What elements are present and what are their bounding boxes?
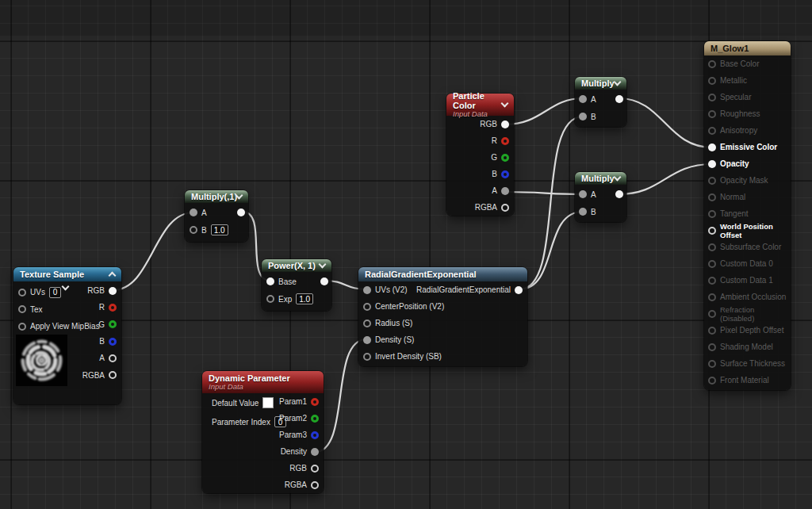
chevron-up-icon[interactable] <box>109 272 117 280</box>
pin-rgb-output[interactable] <box>311 465 319 473</box>
pin-base-color-input[interactable] <box>708 60 716 68</box>
pin-label: RGBA <box>82 371 105 380</box>
pin-base-input[interactable] <box>266 277 274 285</box>
pin-shading-model-input[interactable] <box>708 343 716 351</box>
texture-preview-thumbnail[interactable] <box>16 335 67 386</box>
pin-surface-thickness-input[interactable] <box>708 360 716 368</box>
node-power[interactable]: Power(X, 1) Base Exp 1.0 <box>262 259 331 311</box>
wire-texturesample-rgb-to-multiplyc1-a[interactable] <box>113 212 193 290</box>
pin-rgba-output[interactable] <box>109 371 117 379</box>
pin-ambient-occlusion-input[interactable] <box>708 293 716 301</box>
node-header[interactable]: RadialGradientExponential <box>358 267 527 281</box>
pin-param3-output[interactable] <box>311 431 319 439</box>
pin-b-output[interactable] <box>501 170 509 178</box>
pin-rgb-output[interactable] <box>109 287 117 295</box>
uvs-value-box[interactable]: 0 <box>49 287 61 298</box>
pin-centerposition-input[interactable] <box>363 303 371 311</box>
pin-invertdensity-input[interactable] <box>363 353 371 361</box>
pin-g-output[interactable] <box>109 320 117 328</box>
pin-anisotropy-input[interactable] <box>708 127 716 135</box>
wire-multiplytop-out-to-emissive[interactable] <box>619 98 712 147</box>
pin-result-output[interactable] <box>320 277 328 285</box>
pin-uvs-input[interactable] <box>18 289 26 297</box>
pin-label: Normal <box>720 193 745 201</box>
wire-layer <box>0 0 812 509</box>
pin-param2-output[interactable] <box>311 415 319 423</box>
node-multiply-top[interactable]: Multiply A B <box>575 77 626 127</box>
pin-b-output[interactable] <box>109 338 117 346</box>
pin-b-input[interactable] <box>579 113 587 121</box>
pin-a-input[interactable] <box>190 209 197 216</box>
pin-roughness-input[interactable] <box>708 110 716 118</box>
pin-subsurface-color-input[interactable] <box>708 243 716 251</box>
pin-result-output[interactable] <box>515 286 523 294</box>
pin-a-input[interactable] <box>579 190 587 198</box>
pin-b-input[interactable] <box>579 208 587 216</box>
pin-pixel-depth-offset-input[interactable] <box>708 327 716 335</box>
pin-emissive-color-input[interactable] <box>708 144 716 151</box>
node-m-glow1-result[interactable]: M_Glow1 Base Color Metallic Specular Rou… <box>704 41 791 390</box>
node-header[interactable]: M_Glow1 <box>704 41 791 55</box>
node-radial-gradient-exponential[interactable]: RadialGradientExponential UVs (V2) Cente… <box>358 267 527 366</box>
pin-b-input[interactable] <box>190 226 197 234</box>
pin-a-output[interactable] <box>501 187 509 195</box>
pin-result-output[interactable] <box>615 190 623 198</box>
node-header[interactable]: Texture Sample <box>13 267 121 281</box>
pin-specular-input[interactable] <box>708 94 716 101</box>
node-particle-color[interactable]: Particle Color Input Data RGB R G B A RG… <box>446 94 514 216</box>
pin-rgba-output[interactable] <box>501 204 509 212</box>
pin-result-output[interactable] <box>237 209 245 216</box>
pin-g-output[interactable] <box>501 154 509 162</box>
pin-custom-data-0-input[interactable] <box>708 260 716 268</box>
wire-radial-out-to-multiplytop-b[interactable] <box>519 117 583 289</box>
pin-tangent-input[interactable] <box>708 210 716 218</box>
node-header[interactable]: Power(X, 1) <box>262 259 331 272</box>
wire-radial-out-to-multiplybottom-b[interactable] <box>519 212 583 289</box>
pin-result-output[interactable] <box>615 95 623 103</box>
pin-label: RGB <box>87 286 105 295</box>
exp-value-box[interactable]: 1.0 <box>296 293 313 304</box>
pin-r-output[interactable] <box>109 304 117 312</box>
pin-radius-input[interactable] <box>363 320 371 327</box>
pin-density-input[interactable] <box>363 336 371 344</box>
pin-label: Tex <box>30 305 43 314</box>
pin-rgb-output[interactable] <box>501 121 509 128</box>
pin-metallic-input[interactable] <box>708 77 716 85</box>
pin-label: A <box>492 186 497 195</box>
pin-mipbias-input[interactable] <box>18 323 26 331</box>
pin-r-output[interactable] <box>501 137 509 145</box>
pin-tex-input[interactable] <box>18 305 26 313</box>
node-texture-sample[interactable]: Texture Sample UVs 0 Tex Apply View MipB… <box>13 267 121 404</box>
default-value-color-swatch[interactable] <box>262 397 274 408</box>
node-multiply-bottom[interactable]: Multiply A B <box>575 172 626 222</box>
pin-density-output[interactable] <box>311 448 319 456</box>
pin-normal-input[interactable] <box>708 193 716 201</box>
pin-label: Surface Thickness <box>720 359 785 368</box>
node-header[interactable]: Multiply <box>575 77 626 90</box>
material-graph-canvas[interactable]: Texture Sample UVs 0 Tex Apply View MipB… <box>0 0 812 509</box>
pin-rgba-output[interactable] <box>311 481 319 489</box>
pin-exp-input[interactable] <box>266 295 274 303</box>
pin-a-input[interactable] <box>579 95 587 103</box>
pin-opacity-mask-input[interactable] <box>708 177 716 185</box>
pin-front-material-input[interactable] <box>708 377 716 385</box>
node-header[interactable]: Multiply(,1) <box>185 190 248 203</box>
wire-multiplybottom-out-to-opacity[interactable] <box>619 164 712 194</box>
wire-particlecolor-a-to-multiplybottom-a[interactable] <box>505 192 583 194</box>
b-value-box[interactable]: 1.0 <box>211 224 228 235</box>
chevron-down-icon[interactable] <box>614 174 622 182</box>
pin-refraction-input[interactable] <box>708 310 716 318</box>
pin-world-position-offset-input[interactable] <box>708 227 716 235</box>
pin-param1-output[interactable] <box>311 398 319 406</box>
node-header[interactable]: Dynamic Parameter Input Data <box>202 371 324 393</box>
node-dynamic-parameter[interactable]: Dynamic Parameter Input Data Default Val… <box>202 371 324 493</box>
pin-a-output[interactable] <box>109 354 117 362</box>
node-header[interactable]: Multiply <box>575 172 626 185</box>
pin-opacity-input[interactable] <box>708 160 716 168</box>
pin-uvs-input[interactable] <box>363 286 371 294</box>
chevron-down-icon[interactable] <box>614 78 622 86</box>
pin-custom-data-1-input[interactable] <box>708 277 716 285</box>
node-header[interactable]: Particle Color Input Data <box>446 94 514 116</box>
chevron-down-icon[interactable] <box>319 261 327 269</box>
node-multiply-c1[interactable]: Multiply(,1) A B 1.0 <box>185 190 248 242</box>
